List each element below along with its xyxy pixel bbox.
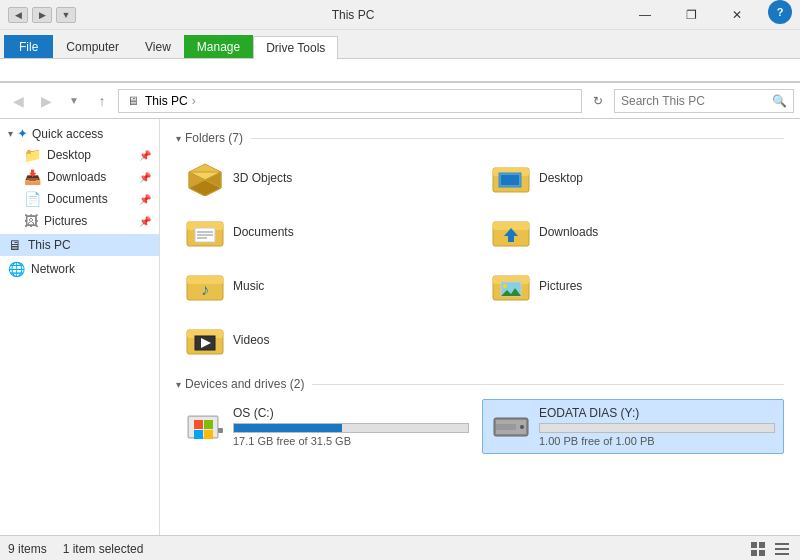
close-button[interactable]: ✕: [714, 0, 760, 30]
drive-item-os-c[interactable]: OS (C:) 17.1 GB free of 31.5 GB: [176, 399, 478, 454]
search-input[interactable]: [621, 94, 772, 108]
minimize-button[interactable]: —: [622, 0, 668, 30]
folder-icon-videos: [185, 322, 225, 358]
address-path-separator: ›: [192, 94, 196, 108]
svg-rect-41: [751, 542, 757, 548]
svg-point-24: [503, 284, 507, 288]
drive-name-eodata: EODATA DIAS (Y:): [539, 406, 775, 420]
drives-divider: [312, 384, 784, 385]
ribbon-tabs: File Computer View Manage Drive Tools: [0, 30, 800, 58]
sidebar-item-desktop[interactable]: 📁 Desktop 📌: [0, 144, 159, 166]
folder-label-videos: Videos: [233, 333, 269, 347]
folder-label-music: Music: [233, 279, 264, 293]
drives-section-label: Devices and drives (2): [185, 377, 304, 391]
folder-item-pictures[interactable]: Pictures: [482, 261, 784, 311]
refresh-button[interactable]: ↻: [586, 89, 610, 113]
large-icons-view-button[interactable]: [748, 539, 768, 559]
folder-blue-icon: 📁: [24, 147, 41, 163]
address-path[interactable]: 🖥 This PC ›: [118, 89, 582, 113]
titlebar-back-icon[interactable]: ◀: [8, 7, 28, 23]
folder-item-videos[interactable]: Videos: [176, 315, 478, 365]
folders-section-label: Folders (7): [185, 131, 243, 145]
folder-download-icon: 📥: [24, 169, 41, 185]
folder-icon-documents: [185, 214, 225, 250]
sidebar-item-documents[interactable]: 📄 Documents 📌: [0, 188, 159, 210]
folders-divider: [251, 138, 784, 139]
folder-item-downloads[interactable]: Downloads: [482, 207, 784, 257]
folders-section-header: ▾ Folders (7): [176, 131, 784, 145]
drive-bar-container-os-c: [233, 423, 469, 433]
svg-rect-44: [759, 550, 765, 556]
folder-item-desktop[interactable]: Desktop: [482, 153, 784, 203]
folder-item-music[interactable]: ♪ Music: [176, 261, 478, 311]
address-path-text: This PC: [145, 94, 188, 108]
sidebar-label-quick-access: Quick access: [32, 127, 103, 141]
tab-manage[interactable]: Manage: [184, 35, 253, 58]
folder-label-pictures: Pictures: [539, 279, 582, 293]
folder-item-3d-objects[interactable]: 3D Objects: [176, 153, 478, 203]
folder-label-desktop: Desktop: [539, 171, 583, 185]
titlebar: ◀ ▶ ▼ This PC — ❐ ✕ ?: [0, 0, 800, 30]
drive-space-eodata: 1.00 PB free of 1.00 PB: [539, 435, 775, 447]
nav-dropdown-button[interactable]: ▼: [62, 89, 86, 113]
svg-text:♪: ♪: [201, 281, 209, 298]
sidebar-item-downloads[interactable]: 📥 Downloads 📌: [0, 166, 159, 188]
sidebar-section-quick-access: ▾ ✦ Quick access 📁 Desktop 📌 📥 Downloads…: [0, 123, 159, 232]
drive-info-eodata: EODATA DIAS (Y:) 1.00 PB free of 1.00 PB: [539, 406, 775, 447]
pin-icon: 📌: [139, 150, 151, 161]
addressbar: ◀ ▶ ▼ ↑ 🖥 This PC › ↻ 🔍: [0, 83, 800, 119]
drive-info-os-c: OS (C:) 17.1 GB free of 31.5 GB: [233, 406, 469, 447]
tab-file[interactable]: File: [4, 35, 53, 58]
window-controls: — ❐ ✕ ?: [622, 0, 792, 30]
svg-rect-42: [759, 542, 765, 548]
svg-rect-45: [775, 543, 789, 545]
sidebar-label-this-pc: This PC: [28, 238, 71, 252]
sidebar-item-this-pc[interactable]: 🖥 This PC: [0, 234, 159, 256]
pin-icon-downloads: 📌: [139, 172, 151, 183]
sidebar-item-pictures[interactable]: 🖼 Pictures 📌: [0, 210, 159, 232]
details-view-button[interactable]: [772, 539, 792, 559]
folder-label-downloads: Downloads: [539, 225, 598, 239]
ribbon-content: [0, 58, 800, 82]
drives-chevron-icon: ▾: [176, 379, 181, 390]
sidebar-label-documents: Documents: [47, 192, 108, 206]
maximize-button[interactable]: ❐: [668, 0, 714, 30]
drive-icon-eodata: [491, 409, 531, 445]
svg-rect-40: [496, 424, 516, 430]
svg-rect-43: [751, 550, 757, 556]
help-button[interactable]: ?: [768, 0, 792, 24]
tab-view[interactable]: View: [132, 35, 184, 58]
svg-rect-8: [501, 175, 519, 185]
titlebar-forward-icon[interactable]: ▶: [32, 7, 52, 23]
sidebar-header-quick-access[interactable]: ▾ ✦ Quick access: [0, 123, 159, 144]
folders-grid: 3D Objects Desktop: [176, 153, 784, 365]
folder-icon-desktop: [491, 160, 531, 196]
content-area: ▾ Folders (7) 3D Objects: [160, 119, 800, 535]
svg-rect-35: [194, 430, 203, 439]
nav-forward-button[interactable]: ▶: [34, 89, 58, 113]
drives-grid: OS (C:) 17.1 GB free of 31.5 GB: [176, 399, 784, 454]
status-selection: 1 item selected: [63, 542, 144, 556]
folder-label-documents: Documents: [233, 225, 294, 239]
folder-item-documents[interactable]: Documents: [176, 207, 478, 257]
search-icon[interactable]: 🔍: [772, 94, 787, 108]
folder-label-3d-objects: 3D Objects: [233, 171, 292, 185]
svg-rect-34: [204, 420, 213, 429]
search-box: 🔍: [614, 89, 794, 113]
this-pc-icon: 🖥: [8, 237, 22, 253]
svg-rect-32: [218, 428, 223, 433]
sidebar-item-network[interactable]: 🌐 Network: [0, 258, 159, 280]
nav-up-button[interactable]: ↑: [90, 89, 114, 113]
sidebar: ▾ ✦ Quick access 📁 Desktop 📌 📥 Downloads…: [0, 119, 160, 535]
pin-icon-docs: 📌: [139, 194, 151, 205]
tab-computer[interactable]: Computer: [53, 35, 132, 58]
tab-drive-tools[interactable]: Drive Tools: [253, 36, 338, 59]
drive-item-eodata[interactable]: EODATA DIAS (Y:) 1.00 PB free of 1.00 PB: [482, 399, 784, 454]
sidebar-label-network: Network: [31, 262, 75, 276]
status-item-count: 9 items: [8, 542, 47, 556]
nav-back-button[interactable]: ◀: [6, 89, 30, 113]
folders-chevron-icon: ▾: [176, 133, 181, 144]
sidebar-section-network: 🌐 Network: [0, 258, 159, 280]
drive-bar-os-c: [234, 424, 342, 432]
titlebar-dropdown-icon[interactable]: ▼: [56, 7, 76, 23]
